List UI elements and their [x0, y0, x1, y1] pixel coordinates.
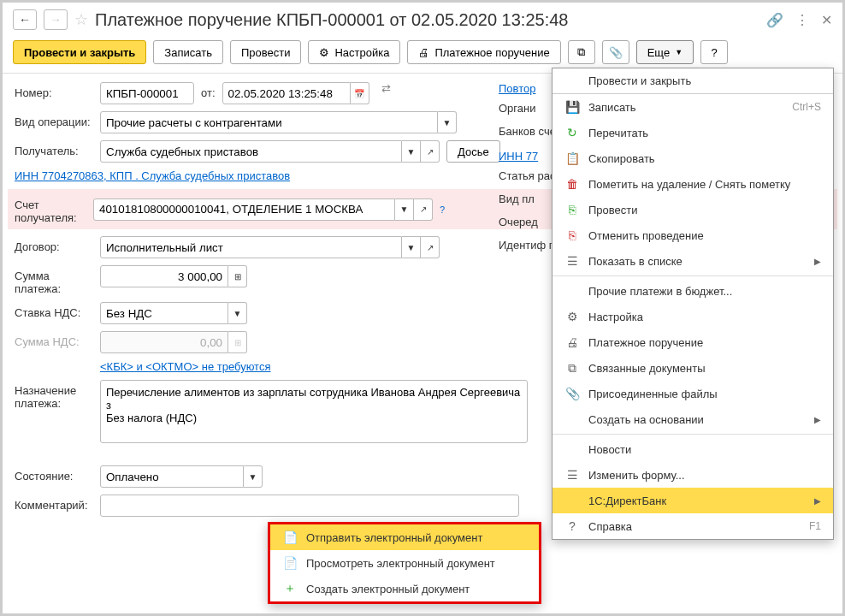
help-icon: ? — [564, 519, 580, 533]
recip-acc-help[interactable]: ? — [440, 204, 445, 215]
amount-calc[interactable]: ⊞ — [228, 265, 247, 287]
chevron-right-icon: ▶ — [814, 496, 821, 506]
state-label: Состояние: — [15, 465, 93, 483]
org-label: Органи — [499, 102, 535, 115]
menu-directbank[interactable]: 1С:ДиректБанк ▶ — [552, 488, 833, 513]
close-window-icon[interactable]: ✕ — [821, 12, 832, 28]
menu-reread[interactable]: ↻ Перечитать — [552, 120, 833, 145]
post-icon: ⎘ — [564, 203, 580, 216]
send-doc-icon: 📄 — [282, 530, 298, 544]
recip-acc-input[interactable] — [93, 198, 395, 221]
number-label: Номер: — [15, 82, 93, 99]
forward-button[interactable]: → — [44, 9, 68, 30]
gear-icon: ⚙ — [564, 310, 580, 323]
view-doc-icon: 📄 — [282, 556, 298, 570]
transfer-icon[interactable]: ⇄ — [381, 82, 391, 95]
state-dropdown[interactable]: ▼ — [244, 465, 263, 488]
kbk-oktmo-link[interactable]: <КБК> и <ОКТМО> не требуются — [100, 360, 270, 373]
menu-mark-delete[interactable]: 🗑 Пометить на удаление / Снять пометку — [552, 171, 833, 197]
menu-create-edoc[interactable]: ＋ Создать электронный документ — [270, 576, 539, 601]
chevron-down-icon: ▼ — [675, 48, 682, 56]
recip-acc-label: Счет получателя: — [15, 194, 86, 224]
recip-acc-dropdown[interactable]: ▼ — [395, 198, 414, 221]
menu-unpost[interactable]: ⎘ Отменить проведение — [552, 222, 833, 248]
state-input[interactable] — [100, 465, 244, 488]
inn2-link[interactable]: ИНН 77 — [499, 150, 538, 163]
purpose-textarea[interactable]: Перечисление алиментов из зарплаты сотру… — [100, 380, 528, 443]
recip-acc-open[interactable]: ↗ — [414, 198, 433, 221]
settings-button[interactable]: ⚙Настройка — [308, 40, 400, 64]
op-type-dropdown[interactable]: ▼ — [438, 111, 457, 133]
vat-amount-input — [100, 331, 228, 353]
repeat-link[interactable]: Повтор — [499, 82, 535, 95]
more-dropdown-menu: Провести и закрыть 💾 Записать Ctrl+S ↻ П… — [552, 68, 834, 540]
menu-other-budget[interactable]: Прочие платежи в бюджет... — [552, 278, 833, 304]
recipient-label: Получатель: — [15, 140, 93, 157]
vat-amount-calc: ⊞ — [228, 331, 247, 353]
printer-icon: 🖨 — [418, 46, 429, 59]
menu-show-list[interactable]: ☰ Показать в списке ▶ — [552, 248, 833, 274]
printer-icon: 🖨 — [564, 335, 580, 349]
contract-dropdown[interactable]: ▼ — [402, 236, 421, 258]
menu-linked[interactable]: ⧉ Связанные документы — [552, 355, 833, 381]
vat-rate-input[interactable] — [100, 302, 228, 324]
linked-icon: ⧉ — [564, 361, 580, 376]
menu-post-close[interactable]: Провести и закрыть — [552, 68, 833, 94]
menu-copy[interactable]: 📋 Скопировать — [552, 145, 833, 171]
state-context-menu: 📄 Отправить электронный документ 📄 Просм… — [268, 522, 541, 604]
recipient-input[interactable] — [100, 140, 402, 163]
print-button[interactable]: 🖨Платежное поручение — [407, 40, 560, 64]
vat-amount-label: Сумма НДС: — [15, 331, 93, 348]
recipient-dropdown[interactable]: ▼ — [402, 140, 421, 163]
favorite-star-icon[interactable]: ☆ — [74, 10, 88, 29]
from-label: от: — [201, 82, 216, 99]
chevron-right-icon: ▶ — [814, 257, 821, 266]
menu-post[interactable]: ⎘ Провести — [552, 197, 833, 222]
kebab-menu-icon[interactable]: ⋮ — [795, 12, 809, 28]
calendar-icon: 📅 — [354, 89, 364, 98]
pay-type-label: Вид пл — [499, 192, 535, 205]
menu-news[interactable]: Новости — [552, 436, 833, 462]
number-input[interactable] — [100, 82, 194, 104]
menu-view-edoc[interactable]: 📄 Просмотреть электронный документ — [270, 550, 539, 576]
comment-label: Комментарий: — [15, 495, 93, 512]
menu-create-base[interactable]: Создать на основании ▶ — [552, 406, 833, 432]
vat-rate-dropdown[interactable]: ▼ — [228, 302, 247, 324]
op-type-input[interactable] — [100, 111, 438, 133]
more-button[interactable]: Еще ▼ — [636, 40, 694, 64]
window-title: Платежное поручение КПБП-000001 от 02.05… — [95, 10, 759, 30]
menu-print[interactable]: 🖨 Платежное поручение — [552, 329, 833, 355]
menu-edit-form[interactable]: ☰ Изменить форму... — [552, 462, 833, 488]
save-button[interactable]: Записать — [153, 40, 223, 64]
refresh-icon: ↻ — [564, 126, 580, 139]
dossier-button[interactable]: Досье — [446, 140, 500, 163]
structure-icon: ⧉ — [577, 45, 585, 59]
save-icon: 💾 — [564, 100, 580, 114]
menu-send-edoc[interactable]: 📄 Отправить электронный документ — [270, 524, 539, 550]
help-button[interactable]: ? — [700, 40, 728, 64]
menu-save[interactable]: 💾 Записать Ctrl+S — [552, 94, 833, 120]
recipient-inn-link[interactable]: ИНН 7704270863, КПП . Служба судебных пр… — [15, 169, 290, 182]
paperclip-icon: 📎 — [564, 387, 580, 400]
comment-input[interactable] — [100, 495, 519, 517]
attach-button[interactable]: 📎 — [602, 40, 629, 64]
gear-icon: ⚙ — [319, 46, 329, 59]
menu-attached[interactable]: 📎 Присоединенные файлы — [552, 381, 833, 406]
recipient-open[interactable]: ↗ — [421, 140, 440, 163]
menu-help[interactable]: ? Справка F1 — [552, 513, 833, 539]
amount-input[interactable] — [100, 265, 228, 287]
structure-button[interactable]: ⧉ — [568, 40, 595, 64]
amount-label: Сумма платежа: — [15, 265, 93, 295]
copy-icon: 📋 — [564, 151, 580, 165]
link-icon[interactable]: 🔗 — [766, 12, 783, 28]
delete-mark-icon: 🗑 — [564, 177, 580, 191]
post-and-close-button[interactable]: Провести и закрыть — [13, 40, 146, 64]
contract-open[interactable]: ↗ — [421, 236, 440, 258]
date-input[interactable] — [222, 82, 351, 104]
contract-input[interactable] — [100, 236, 402, 258]
calendar-button[interactable]: 📅 — [351, 82, 369, 104]
vat-rate-label: Ставка НДС: — [15, 302, 93, 319]
post-button[interactable]: Провести — [230, 40, 302, 64]
menu-settings[interactable]: ⚙ Настройка — [552, 304, 833, 329]
back-button[interactable]: ← — [13, 9, 37, 30]
